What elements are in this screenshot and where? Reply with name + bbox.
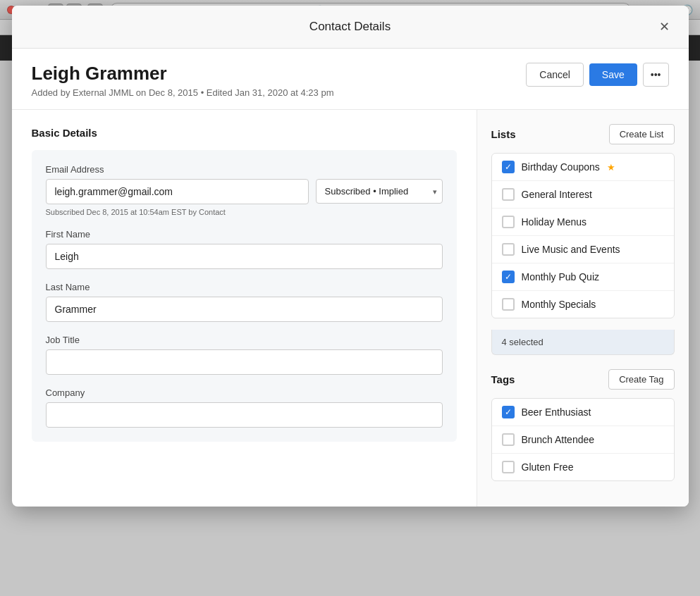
- general-interest-label: General Interest: [522, 189, 592, 200]
- dialog-overlay: Contact Details ✕ Leigh Grammer Added by…: [0, 0, 700, 596]
- basic-details-title: Basic Details: [32, 127, 457, 139]
- company-group: Company: [46, 387, 443, 428]
- last-name-label: Last Name: [46, 282, 443, 292]
- check-icon: ✓: [505, 273, 512, 281]
- star-icon: ★: [607, 162, 615, 173]
- first-name-label: First Name: [46, 229, 443, 240]
- email-group: Email Address Subscribed • Implied Subsc…: [46, 164, 443, 216]
- lists-checklist: ✓ Birthday Coupons ★ General Interest: [491, 153, 675, 318]
- monthly-specials-label: Monthly Specials: [522, 299, 596, 310]
- list-item: Gluten Free: [492, 454, 674, 480]
- list-item: Monthly Specials: [492, 291, 674, 318]
- beer-enthusiast-checkbox[interactable]: ✓: [502, 406, 515, 418]
- dialog-close-button[interactable]: ✕: [655, 17, 675, 37]
- job-title-input[interactable]: [46, 349, 443, 375]
- monthly-pub-quiz-checkbox[interactable]: ✓: [502, 271, 515, 283]
- contact-info: Leigh Grammer Added by External JMML on …: [32, 63, 334, 98]
- check-icon: ✓: [505, 408, 512, 416]
- brunch-attendee-label: Brunch Attendee: [522, 434, 595, 445]
- list-item: Brunch Attendee: [492, 426, 674, 454]
- list-item: Holiday Menus: [492, 209, 674, 236]
- contact-header: Leigh Grammer Added by External JMML on …: [12, 49, 689, 110]
- first-name-group: First Name: [46, 229, 443, 269]
- more-options-button[interactable]: •••: [643, 63, 669, 87]
- email-row: Subscribed • Implied Subscribed Unsubscr…: [46, 179, 443, 204]
- tags-checklist: ✓ Beer Enthusiast Brunch Attendee G: [491, 398, 675, 481]
- beer-enthusiast-label: Beer Enthusiast: [522, 406, 591, 418]
- contact-details-dialog: Contact Details ✕ Leigh Grammer Added by…: [12, 6, 689, 507]
- subscription-select-wrapper: Subscribed • Implied Subscribed Unsubscr…: [316, 179, 443, 204]
- dialog-title: Contact Details: [46, 20, 655, 34]
- brunch-attendee-checkbox[interactable]: [502, 433, 515, 446]
- birthday-coupons-checkbox[interactable]: ✓: [502, 161, 515, 173]
- lists-tags-panel: Lists Create List ✓ Birthday Coupons ★: [477, 110, 689, 507]
- job-title-group: Job Title: [46, 335, 443, 375]
- list-item: ✓ Birthday Coupons ★: [492, 154, 674, 181]
- company-input[interactable]: [46, 402, 443, 428]
- email-label: Email Address: [46, 164, 443, 175]
- lists-container: ✓ Birthday Coupons ★ General Interest: [491, 153, 675, 355]
- list-item: General Interest: [492, 181, 674, 209]
- tags-title: Tags: [491, 373, 515, 385]
- create-list-button[interactable]: Create List: [609, 124, 675, 144]
- company-label: Company: [46, 387, 443, 398]
- gluten-free-label: Gluten Free: [522, 461, 574, 473]
- selected-count: 4 selected: [502, 337, 544, 347]
- last-name-input[interactable]: [46, 297, 443, 322]
- live-music-checkbox[interactable]: [502, 243, 515, 256]
- basic-details-form: Email Address Subscribed • Implied Subsc…: [32, 150, 457, 442]
- list-item: ✓ Beer Enthusiast: [492, 399, 674, 426]
- birthday-coupons-label: Birthday Coupons: [522, 161, 600, 173]
- contact-meta: Added by External JMML on Dec 8, 2015 • …: [32, 87, 334, 98]
- email-input[interactable]: [46, 179, 309, 204]
- contact-name: Leigh Grammer: [32, 63, 334, 85]
- basic-details-panel: Basic Details Email Address Subscribed •…: [12, 110, 477, 507]
- cancel-button[interactable]: Cancel: [526, 63, 584, 87]
- lists-header: Lists Create List: [491, 124, 675, 144]
- contact-actions: Cancel Save •••: [526, 63, 668, 87]
- job-title-label: Job Title: [46, 335, 443, 345]
- dialog-body: Basic Details Email Address Subscribed •…: [12, 110, 689, 507]
- dialog-header: Contact Details ✕: [12, 6, 689, 49]
- tags-section: Tags Create Tag ✓ Beer Enthusiast: [491, 369, 675, 481]
- first-name-input[interactable]: [46, 244, 443, 269]
- list-item: ✓ Monthly Pub Quiz: [492, 263, 674, 291]
- live-music-label: Live Music and Events: [522, 244, 620, 255]
- lists-title: Lists: [491, 128, 516, 140]
- gluten-free-checkbox[interactable]: [502, 461, 515, 473]
- holiday-menus-checkbox[interactable]: [502, 216, 515, 228]
- last-name-group: Last Name: [46, 282, 443, 322]
- create-tag-button[interactable]: Create Tag: [608, 369, 674, 390]
- list-item: Live Music and Events: [492, 236, 674, 263]
- subscription-status-select[interactable]: Subscribed • Implied Subscribed Unsubscr…: [316, 179, 443, 204]
- general-interest-checkbox[interactable]: [502, 188, 515, 201]
- monthly-pub-quiz-label: Monthly Pub Quiz: [522, 271, 600, 283]
- tags-header: Tags Create Tag: [491, 369, 675, 390]
- save-button[interactable]: Save: [589, 63, 637, 86]
- check-icon: ✓: [505, 163, 512, 171]
- email-hint: Subscribed Dec 8, 2015 at 10:54am EST by…: [46, 208, 443, 216]
- monthly-specials-checkbox[interactable]: [502, 298, 515, 311]
- selected-count-bar: 4 selected: [491, 330, 675, 355]
- holiday-menus-label: Holiday Menus: [522, 216, 587, 228]
